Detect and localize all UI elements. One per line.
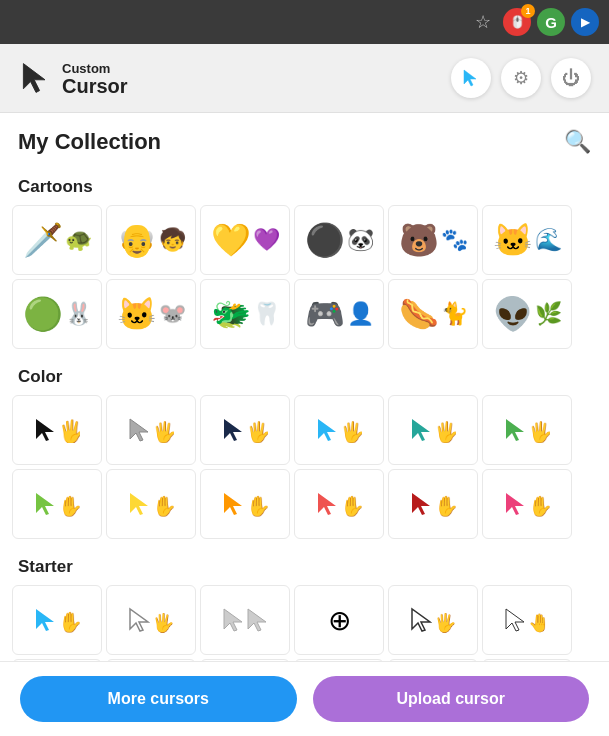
list-item[interactable]: 💛💜 xyxy=(200,205,290,275)
svg-marker-26 xyxy=(36,609,54,631)
power-icon: ⏻ xyxy=(562,68,580,89)
list-item[interactable]: 🗡️🐢 xyxy=(12,205,102,275)
svg-text:🤚: 🤚 xyxy=(528,612,550,633)
extension-1-icon[interactable]: 🖱️ 1 xyxy=(503,8,531,36)
svg-marker-10 xyxy=(412,419,430,441)
collection-title: My Collection xyxy=(18,129,161,155)
gear-icon: ⚙ xyxy=(513,67,529,89)
logo-text: Custom Cursor xyxy=(62,61,128,96)
more-cursors-button[interactable]: More cursors xyxy=(20,676,297,722)
svg-marker-16 xyxy=(130,493,148,515)
badge-count: 1 xyxy=(521,4,535,18)
svg-text:🖐️: 🖐️ xyxy=(434,420,456,443)
svg-marker-12 xyxy=(506,419,524,441)
svg-text:🖐: 🖐 xyxy=(434,612,456,633)
list-item[interactable]: 🖐️ xyxy=(12,395,102,465)
svg-marker-30 xyxy=(224,609,242,631)
settings-button[interactable]: ⚙ xyxy=(501,58,541,98)
svg-marker-1 xyxy=(464,70,476,86)
svg-marker-14 xyxy=(36,493,54,515)
svg-marker-6 xyxy=(224,419,242,441)
list-item[interactable]: ✋ xyxy=(294,469,384,539)
header-actions: ⚙ ⏻ xyxy=(451,58,591,98)
list-item[interactable]: ✋ xyxy=(200,469,290,539)
list-item[interactable]: 🐲🦷 xyxy=(200,279,290,349)
bottom-bar: More cursors Upload cursor xyxy=(0,661,609,736)
list-item[interactable]: ⚫🐼 xyxy=(294,205,384,275)
main-content: My Collection 🔍 Cartoons 🗡️🐢 👴🧒 💛💜 ⚫🐼 🐻🐾 xyxy=(0,113,609,736)
list-item[interactable]: 🖐️ xyxy=(200,395,290,465)
app-header: Custom Cursor ⚙ ⏻ xyxy=(0,44,609,113)
bookmark-icon[interactable]: ☆ xyxy=(469,8,497,36)
list-item[interactable]: 🖐 xyxy=(388,585,478,655)
svg-text:✋: ✋ xyxy=(152,494,174,517)
svg-marker-18 xyxy=(224,493,242,515)
svg-marker-28 xyxy=(130,609,148,631)
color-label: Color xyxy=(0,363,609,393)
upload-cursor-button[interactable]: Upload cursor xyxy=(313,676,590,722)
list-item[interactable]: ✋ xyxy=(12,585,102,655)
cursor-icon xyxy=(461,68,481,88)
svg-text:✋: ✋ xyxy=(528,494,550,517)
svg-text:🖐️: 🖐️ xyxy=(528,420,550,443)
svg-text:🖐️: 🖐️ xyxy=(58,418,80,443)
cartoons-grid: 🗡️🐢 👴🧒 💛💜 ⚫🐼 🐻🐾 🐱🌊 🟢🐰 🐱🐭 xyxy=(0,203,609,351)
svg-text:✋: ✋ xyxy=(58,610,80,633)
svg-marker-2 xyxy=(36,419,54,441)
list-item[interactable]: ✋ xyxy=(106,469,196,539)
power-button[interactable]: ⏻ xyxy=(551,58,591,98)
cartoons-section: Cartoons 🗡️🐢 👴🧒 💛💜 ⚫🐼 🐻🐾 🐱🌊 xyxy=(0,165,609,355)
svg-marker-0 xyxy=(23,64,45,93)
svg-text:🖐️: 🖐️ xyxy=(246,420,268,443)
list-item[interactable]: ✋ xyxy=(482,469,572,539)
svg-marker-24 xyxy=(506,493,524,515)
logo: Custom Cursor xyxy=(18,60,128,96)
list-item[interactable] xyxy=(200,585,290,655)
list-item[interactable]: ✋ xyxy=(388,469,478,539)
list-item[interactable]: 🤚 xyxy=(482,585,572,655)
svg-text:🖐: 🖐 xyxy=(152,420,174,443)
svg-marker-8 xyxy=(318,419,336,441)
list-item[interactable]: 🖐️ xyxy=(388,395,478,465)
list-item[interactable]: 🐱🐭 xyxy=(106,279,196,349)
svg-text:🖐: 🖐 xyxy=(152,612,174,633)
color-grid: 🖐️ 🖐 🖐️ 🖐️ xyxy=(0,393,609,541)
list-item[interactable]: ✋ xyxy=(12,469,102,539)
list-item[interactable]: 🌭🐈 xyxy=(388,279,478,349)
svg-text:🖐️: 🖐️ xyxy=(340,420,362,443)
svg-text:✋: ✋ xyxy=(340,494,362,517)
cursor-preview-button[interactable] xyxy=(451,58,491,98)
list-item[interactable]: 🖐 xyxy=(106,585,196,655)
list-item[interactable]: 👽🌿 xyxy=(482,279,572,349)
search-icon: 🔍 xyxy=(564,129,591,154)
color-section: Color 🖐️ 🖐 🖐️ xyxy=(0,355,609,545)
extension-2-icon[interactable]: G xyxy=(537,8,565,36)
svg-text:✋: ✋ xyxy=(246,494,268,517)
list-item[interactable]: 🖐️ xyxy=(294,395,384,465)
list-item[interactable]: 🐱🌊 xyxy=(482,205,572,275)
search-button[interactable]: 🔍 xyxy=(564,129,591,155)
extension-3-icon[interactable]: ▶ xyxy=(571,8,599,36)
browser-toolbar: ☆ 🖱️ 1 G ▶ xyxy=(0,0,609,44)
list-item[interactable]: 🎮👤 xyxy=(294,279,384,349)
logo-icon xyxy=(18,60,54,96)
list-item[interactable]: 🟢🐰 xyxy=(12,279,102,349)
list-item[interactable]: 🖐 xyxy=(106,395,196,465)
svg-marker-22 xyxy=(412,493,430,515)
list-item[interactable]: 🐻🐾 xyxy=(388,205,478,275)
svg-marker-20 xyxy=(318,493,336,515)
svg-text:✋: ✋ xyxy=(58,494,80,517)
svg-marker-4 xyxy=(130,419,148,441)
collection-header: My Collection 🔍 xyxy=(0,113,609,165)
list-item[interactable]: ⊕ xyxy=(294,585,384,655)
list-item[interactable]: 🖐️ xyxy=(482,395,572,465)
cartoons-label: Cartoons xyxy=(0,173,609,203)
svg-marker-34 xyxy=(506,609,524,631)
svg-text:✋: ✋ xyxy=(434,494,456,517)
svg-marker-32 xyxy=(412,609,430,631)
svg-marker-31 xyxy=(248,609,266,631)
starter-label: Starter xyxy=(0,553,609,583)
list-item[interactable]: 👴🧒 xyxy=(106,205,196,275)
